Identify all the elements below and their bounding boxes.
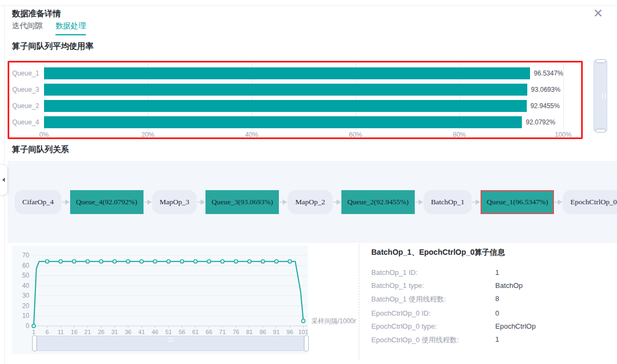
- flow-arrow: [333, 202, 341, 203]
- line-chart-x-tick-label: 61: [192, 329, 198, 334]
- bar-queue_2[interactable]: [44, 100, 527, 112]
- bar-category-label: Queue_4: [9, 114, 39, 130]
- bar-value-label: 93.0693%: [531, 86, 560, 93]
- line-data-point: [194, 260, 197, 263]
- info-row-value: EpochCtrlOp: [495, 322, 608, 330]
- line-chart-y-tick-label: 50: [22, 272, 30, 279]
- line-data-point: [234, 260, 238, 263]
- info-row-value: 0: [495, 309, 608, 317]
- vertical-datazoom-slider[interactable]: [594, 60, 607, 131]
- flow-diagram: CifarOp_4Queue_4(92.0792%)MapOp_3Queue_3…: [8, 161, 617, 243]
- operator-info-panel: BatchOp_1、EpochCtrlOp_0算子信息 BatchOp_1 ID…: [359, 244, 608, 360]
- line-chart-y-tick-label: 60: [22, 262, 30, 269]
- flow-node-mapop-2[interactable]: MapOp_2: [288, 190, 333, 214]
- flow-node-queue-1-96-5347[interactable]: Queue_1(96.5347%): [481, 190, 554, 214]
- datazoom-grip-icon: [167, 338, 174, 341]
- line-series: [34, 261, 303, 326]
- datazoom-left-handle[interactable]: [32, 335, 37, 352]
- flow-node-epochctrlop-0[interactable]: EpochCtrlOp_0: [563, 190, 617, 214]
- horizontal-datazoom-slider[interactable]: [34, 336, 307, 351]
- line-chart-x-tick-label: 81: [246, 329, 253, 334]
- line-chart-x-tick-label: 76: [233, 329, 239, 334]
- bar-queue_1[interactable]: [44, 67, 530, 79]
- line-chart-x-tick-label: 16: [71, 329, 77, 334]
- line-data-point: [167, 260, 170, 263]
- line-chart-x-tick-label: 21: [84, 329, 91, 334]
- line-data-point: [248, 260, 251, 263]
- flow-arrow: [144, 202, 152, 203]
- info-row-label: BatchOp_1 ID:: [371, 268, 495, 277]
- line-chart-x-tick-label: 26: [98, 329, 104, 334]
- close-icon[interactable]: ✕: [593, 8, 603, 20]
- collapse-sidebar-button[interactable]: [0, 164, 8, 196]
- line-chart-x-tick-label: 11: [58, 329, 64, 334]
- bar-gridline: [563, 62, 564, 130]
- flow-arrow: [62, 202, 70, 203]
- line-data-point: [153, 260, 157, 263]
- line-data-point: [99, 260, 103, 263]
- line-data-point: [140, 260, 143, 263]
- queue-usage-bar-chart: Queue_1Queue_3Queue_2Queue_4 96.5347%93.…: [8, 61, 583, 139]
- bar-x-tick-label: 80%: [453, 131, 466, 139]
- line-chart-y-tick-label: 0: [26, 322, 29, 330]
- line-chart-x-tick-label: 91: [273, 329, 279, 334]
- datazoom-top-handle[interactable]: [595, 59, 606, 63]
- info-row-label: BatchOp_1 使用线程数:: [371, 294, 495, 304]
- flow-arrow: [415, 202, 423, 203]
- flow-node-cifarop-4[interactable]: CifarOp_4: [15, 190, 61, 214]
- flow-node-queue-4-92-0792[interactable]: Queue_4(92.0792%): [70, 190, 144, 214]
- line-data-point: [180, 260, 184, 263]
- info-row-value: 1: [495, 335, 608, 345]
- bar-category-label: Queue_1: [9, 65, 39, 81]
- datazoom-right-handle[interactable]: [304, 335, 309, 352]
- bar-queue_3[interactable]: [44, 84, 527, 96]
- bar-value-label: 92.9455%: [531, 102, 560, 110]
- info-grid: BatchOp_1 ID:1BatchOp_1 type:BatchOpBatc…: [371, 268, 608, 345]
- line-data-point: [261, 260, 264, 263]
- flow-node-queue-2-92-9455[interactable]: Queue_2(92.9455%): [341, 190, 415, 214]
- line-chart-x-tick-label: 71: [219, 329, 226, 334]
- bar-value-label: 96.5347%: [534, 70, 563, 77]
- line-chart-y-tick-label: 40: [22, 282, 30, 290]
- line-data-point: [32, 324, 35, 328]
- bar-category-column: Queue_1Queue_3Queue_2Queue_4: [9, 65, 44, 130]
- flow-arrow: [554, 202, 562, 203]
- dialog-top-border: [0, 5, 617, 6]
- line-chart-y-tick-label: 70: [22, 252, 30, 259]
- operator-info-title: BatchOp_1、EpochCtrlOp_0算子信息: [371, 248, 608, 258]
- flow-arrow: [279, 202, 287, 203]
- bar-plot: 96.5347%93.0693%92.9455%92.0792%: [44, 65, 563, 130]
- flow-node-queue-3-93-0693[interactable]: Queue_3(93.0693%): [205, 190, 279, 214]
- bar-x-axis: 0%20%40%60%80%100%: [44, 131, 563, 139]
- datazoom-bottom-handle[interactable]: [595, 129, 606, 133]
- queue-usage-trend-panel: 0102030405060701611162126313641465156616…: [12, 246, 308, 354]
- collapse-left-icon: [2, 178, 5, 182]
- line-data-point: [113, 260, 116, 263]
- bar-row: 96.5347%: [44, 65, 563, 81]
- line-chart-x-tick-label: 56: [179, 329, 185, 334]
- bar-value-label: 92.0792%: [526, 118, 555, 126]
- line-chart-x-tick-label: 96: [286, 329, 293, 334]
- info-row-label: EpochCtrlOp_0 type:: [371, 322, 495, 330]
- queue-usage-line-chart[interactable]: 0102030405060701611162126313641465156616…: [12, 246, 308, 334]
- bar-queue_4[interactable]: [44, 116, 522, 128]
- tab-data-processing[interactable]: 数据处理: [55, 21, 86, 35]
- line-chart-x-axis-name: 采样间隔/1000r: [311, 317, 356, 326]
- flow-arrow: [197, 202, 205, 203]
- line-chart-x-tick-label: 41: [138, 329, 145, 334]
- tab-bar: 迭代间隙 数据处理: [12, 21, 86, 35]
- flow-node-mapop-3[interactable]: MapOp_3: [152, 190, 197, 214]
- line-chart-x-tick-label: 6: [46, 329, 49, 334]
- bar-x-tick-label: 100%: [555, 131, 572, 139]
- line-chart-x-tick-label: 1: [32, 329, 35, 334]
- line-data-point: [288, 260, 291, 263]
- tab-iteration-gap[interactable]: 迭代间隙: [12, 21, 42, 35]
- line-chart-y-tick-label: 20: [22, 302, 30, 310]
- line-chart-x-tick-label: 66: [205, 329, 212, 334]
- bar-x-tick-label: 40%: [245, 131, 258, 139]
- line-chart-y-tick-label: 10: [22, 312, 30, 319]
- dialog-title: 数据准备详情: [12, 9, 61, 19]
- line-data-point: [302, 319, 305, 323]
- line-data-point: [86, 260, 89, 263]
- flow-node-batchop-1[interactable]: BatchOp_1: [423, 190, 472, 214]
